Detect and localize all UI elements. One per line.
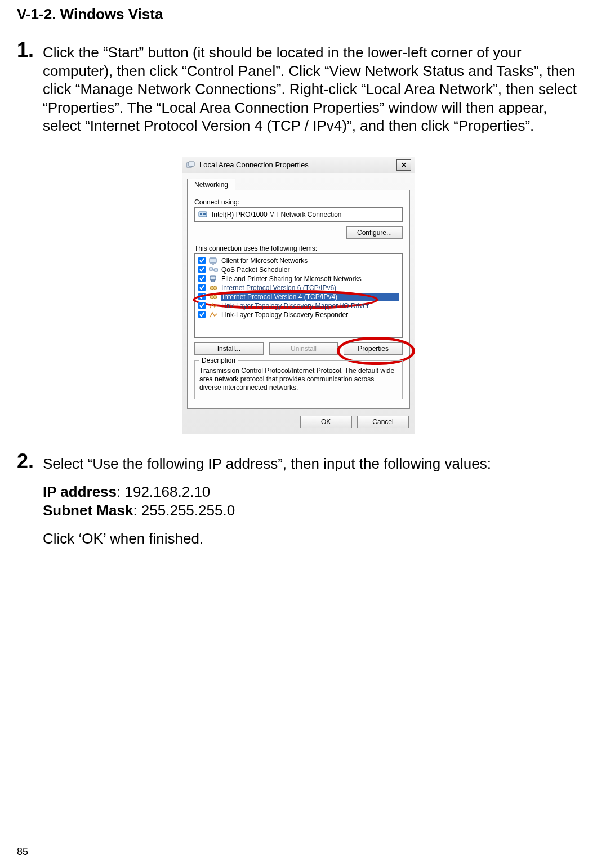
item-checkbox[interactable] — [198, 302, 206, 309]
protocol-icon — [209, 293, 218, 301]
item-label: File and Printer Sharing for Microsoft N… — [221, 275, 399, 283]
nic-name: Intel(R) PRO/1000 MT Network Connection — [212, 211, 342, 219]
list-item[interactable]: Client for Microsoft Networks — [196, 256, 401, 265]
list-item-selected[interactable]: Internet Protocol Version 4 (TCP/IPv4) — [196, 292, 401, 301]
dialog-titlebar: Local Area Connection Properties ✕ — [182, 157, 415, 173]
step-2-body: Select “Use the following IP address”, t… — [43, 451, 580, 558]
step-1: 1. Click the “Start” button (it should b… — [17, 40, 580, 145]
list-item[interactable]: Internet Protocol Version 6 (TCP/IPv6) — [196, 283, 401, 292]
step-2-intro: Select “Use the following IP address”, t… — [43, 455, 580, 473]
tab-networking[interactable]: Networking — [187, 179, 235, 190]
file-print-icon — [209, 275, 218, 283]
ok-cancel-row: OK Cancel — [182, 410, 415, 434]
item-checkbox[interactable] — [198, 284, 206, 291]
item-checkbox[interactable] — [198, 257, 206, 264]
step-2-number: 2. — [17, 451, 43, 471]
dialog-title: Local Area Connection Properties — [199, 161, 309, 169]
item-checkbox[interactable] — [198, 275, 206, 282]
item-label: QoS Packet Scheduler — [221, 266, 399, 274]
connect-using-label: Connect using: — [194, 198, 403, 206]
svg-point-14 — [210, 295, 213, 299]
document-page: V-1-2. Windows Vista 1. Click the “Start… — [0, 0, 597, 868]
list-item[interactable]: Link-Layer Topology Discovery Responder — [196, 310, 401, 319]
svg-rect-8 — [214, 269, 218, 271]
tabs-row: Networking — [182, 173, 415, 190]
section-heading: V-1-2. Windows Vista — [17, 6, 580, 23]
properties-button[interactable]: Properties — [344, 342, 403, 355]
uninstall-button[interactable]: Uninstall — [269, 342, 338, 355]
lac-properties-dialog: Local Area Connection Properties ✕ Netwo… — [182, 157, 415, 434]
item-label: Internet Protocol Version 6 (TCP/IPv6) — [221, 284, 399, 292]
description-group: Description Transmission Control Protoco… — [194, 360, 403, 399]
client-icon — [209, 257, 218, 265]
description-legend: Description — [199, 357, 238, 364]
subnet-mask-value: : 255.255.255.0 — [133, 502, 235, 519]
list-item[interactable]: Link-Layer Topology Discovery Mapper I/O… — [196, 301, 401, 310]
items-list[interactable]: Client for Microsoft Networks QoS Packet… — [194, 253, 403, 338]
list-item[interactable]: QoS Packet Scheduler — [196, 265, 401, 274]
step-2-closing: Click ‘OK’ when finished. — [43, 529, 580, 548]
svg-point-12 — [210, 286, 213, 290]
svg-rect-10 — [210, 276, 216, 280]
svg-rect-7 — [209, 268, 213, 270]
item-label: Client for Microsoft Networks — [221, 257, 399, 265]
svg-rect-11 — [211, 280, 215, 282]
svg-point-15 — [213, 295, 217, 299]
svg-rect-1 — [189, 162, 194, 166]
close-button[interactable]: ✕ — [396, 159, 411, 171]
protocol-icon — [209, 284, 218, 292]
step-1-number: 1. — [17, 40, 43, 60]
install-uninstall-properties-row: Install... Uninstall Properties — [194, 342, 403, 355]
svg-rect-3 — [200, 213, 202, 215]
description-text: Transmission Control Protocol/Internet P… — [199, 367, 398, 392]
item-label: Link-Layer Topology Discovery Responder — [221, 311, 399, 319]
items-label: This connection uses the following items… — [194, 244, 403, 252]
lltd-icon — [209, 302, 218, 310]
item-label: Internet Protocol Version 4 (TCP/IPv4) — [221, 293, 399, 301]
nic-icon — [198, 210, 207, 219]
svg-point-13 — [213, 286, 217, 290]
svg-rect-6 — [212, 264, 214, 265]
svg-rect-5 — [210, 258, 216, 263]
subnet-mask-label: Subnet Mask — [43, 502, 133, 519]
page-number: 85 — [17, 846, 28, 858]
ip-address-label: IP address — [43, 483, 117, 500]
qos-icon — [209, 266, 218, 274]
list-item[interactable]: File and Printer Sharing for Microsoft N… — [196, 274, 401, 283]
cancel-button[interactable]: Cancel — [357, 416, 409, 428]
step-1-text: Click the “Start” button (it should be l… — [43, 43, 580, 135]
item-checkbox[interactable] — [198, 311, 206, 318]
lltd-icon — [209, 311, 218, 319]
install-button[interactable]: Install... — [194, 342, 264, 355]
ok-button[interactable]: OK — [300, 416, 352, 428]
tab-panel: Connect using: Intel(R) PRO/1000 MT Netw… — [187, 190, 410, 409]
svg-rect-4 — [203, 213, 206, 215]
configure-button[interactable]: Configure... — [346, 226, 403, 239]
window-icon — [186, 161, 195, 170]
step-1-body: Click the “Start” button (it should be l… — [43, 40, 580, 145]
step-2: 2. Select “Use the following IP address”… — [17, 451, 580, 558]
ip-address-value: : 192.168.2.10 — [117, 483, 210, 500]
item-label: Link-Layer Topology Discovery Mapper I/O… — [221, 302, 399, 310]
nic-box[interactable]: Intel(R) PRO/1000 MT Network Connection — [194, 207, 403, 222]
item-checkbox[interactable] — [198, 293, 206, 300]
item-checkbox[interactable] — [198, 266, 206, 273]
